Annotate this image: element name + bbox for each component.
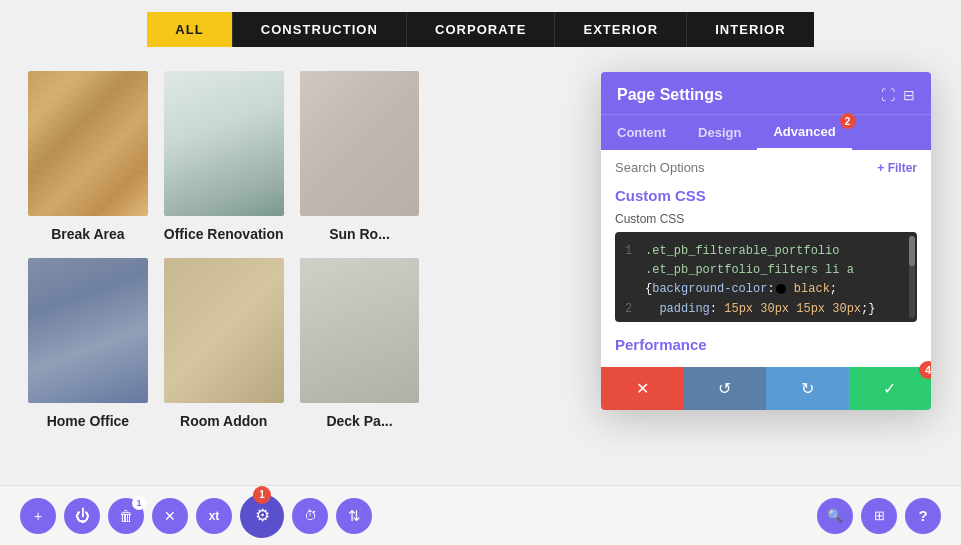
portfolio-grid: Break Area Office Renovation Sun Ro... H… [0, 63, 447, 437]
code-line-1: 1 .et_pb_filterable_portfolio [625, 242, 907, 261]
save-badge: 4 [919, 361, 931, 379]
trash-button[interactable]: 🗑 1 [108, 498, 144, 534]
text-button[interactable]: xt [196, 498, 232, 534]
layout-button[interactable]: ⊞ [861, 498, 897, 534]
filter-bar: ALL CONSTRUCTION CORPORATE EXTERIOR INTE… [0, 0, 961, 63]
settings-button[interactable]: ⚙ 1 [240, 494, 284, 538]
save-button[interactable]: ✓ 4 [849, 367, 932, 410]
list-item[interactable]: Office Renovation [156, 63, 292, 250]
panel-header: Page Settings ⛶ ⊟ [601, 72, 931, 114]
filter-btn-interior[interactable]: INTERIOR [687, 12, 813, 47]
search-button[interactable]: 🔍 [817, 498, 853, 534]
list-item[interactable]: Break Area [20, 63, 156, 250]
tab-content[interactable]: Content [601, 115, 682, 150]
close-button[interactable]: ✕ [152, 498, 188, 534]
page-settings-panel: Page Settings ⛶ ⊟ Content Design Advance… [601, 72, 931, 410]
line-num-1: 1 [625, 242, 637, 261]
cancel-button[interactable]: ✕ [601, 367, 684, 410]
custom-css-label: Custom CSS [615, 212, 917, 226]
tab-design[interactable]: Design [682, 115, 757, 150]
history-button[interactable]: ⏱ [292, 498, 328, 534]
portfolio-label-deck-pa: Deck Pa... [300, 413, 420, 429]
portfolio-thumb-home-office [28, 258, 148, 403]
portfolio-thumb-deck-pa [300, 258, 420, 403]
filter-btn-corporate[interactable]: CORPORATE [407, 12, 555, 47]
portfolio-thumb-office-renovation [164, 71, 284, 216]
filter-btn-exterior[interactable]: EXTERIOR [555, 12, 687, 47]
portfolio-label-room-addon: Room Addon [164, 413, 284, 429]
portfolio-label-home-office: Home Office [28, 413, 148, 429]
undo-button[interactable]: ↺ [684, 367, 767, 410]
bottom-toolbar: + ⏻ 🗑 1 ✕ xt ⚙ 1 ⏱ ⇅ 🔍 ⊞ ? [0, 485, 961, 545]
portfolio-label-break-area: Break Area [28, 226, 148, 242]
list-item[interactable]: Home Office [20, 250, 156, 437]
panel-tabs: Content Design Advanced 2 [601, 114, 931, 150]
panel-body: + Filter Custom CSS Custom CSS 1 .et_pb_… [601, 150, 931, 367]
list-item[interactable]: Sun Ro... [292, 63, 428, 250]
toolbar-right: 🔍 ⊞ ? [817, 498, 941, 534]
filter-btn-all[interactable]: ALL [147, 12, 232, 47]
portfolio-thumb-break-area [28, 71, 148, 216]
step-badge-1: 1 [253, 486, 271, 504]
panel-expand-icon[interactable]: ⛶ [881, 87, 895, 103]
code-line-4: 2 padding: 15px 30px 15px 30px;} [625, 300, 907, 319]
tab-advanced[interactable]: Advanced 2 [757, 115, 851, 150]
custom-css-editor[interactable]: 1 .et_pb_filterable_portfolio .et_pb_por… [615, 232, 917, 322]
trash-count-badge: 1 [132, 496, 146, 510]
list-item[interactable]: Room Addon [156, 250, 292, 437]
panel-title: Page Settings [617, 86, 723, 104]
performance-title: Performance [615, 336, 917, 353]
help-button[interactable]: ? [905, 498, 941, 534]
custom-css-title: Custom CSS [615, 187, 917, 204]
toolbar-left: + ⏻ 🗑 1 ✕ xt ⚙ 1 ⏱ ⇅ [20, 494, 372, 538]
sliders-button[interactable]: ⇅ [336, 498, 372, 534]
portfolio-label-sun-ro: Sun Ro... [300, 226, 420, 242]
line-num-2: 2 [625, 300, 637, 319]
code-scrollbar-thumb [909, 236, 915, 266]
portfolio-thumb-sun-ro [300, 71, 420, 216]
filter-btn-construction[interactable]: CONSTRUCTION [233, 12, 407, 47]
panel-footer: ✕ ↺ ↻ ✓ 4 [601, 367, 931, 410]
code-line-3: {background-color: black; [625, 280, 907, 299]
tab-advanced-badge: 2 [840, 113, 856, 129]
portfolio-thumb-room-addon [164, 258, 284, 403]
code-line-2: .et_pb_portfolio_filters li a [625, 261, 907, 280]
redo-button[interactable]: ↻ [766, 367, 849, 410]
panel-header-icons: ⛶ ⊟ [881, 87, 915, 103]
search-input[interactable] [615, 160, 877, 175]
list-item[interactable]: Deck Pa... [292, 250, 428, 437]
filter-link[interactable]: + Filter [877, 161, 917, 175]
add-button[interactable]: + [20, 498, 56, 534]
code-scrollbar[interactable] [909, 236, 915, 318]
power-button[interactable]: ⏻ [64, 498, 100, 534]
panel-search-row: + Filter [615, 160, 917, 175]
panel-layout-icon[interactable]: ⊟ [903, 87, 915, 103]
portfolio-label-office-renovation: Office Renovation [164, 226, 284, 242]
